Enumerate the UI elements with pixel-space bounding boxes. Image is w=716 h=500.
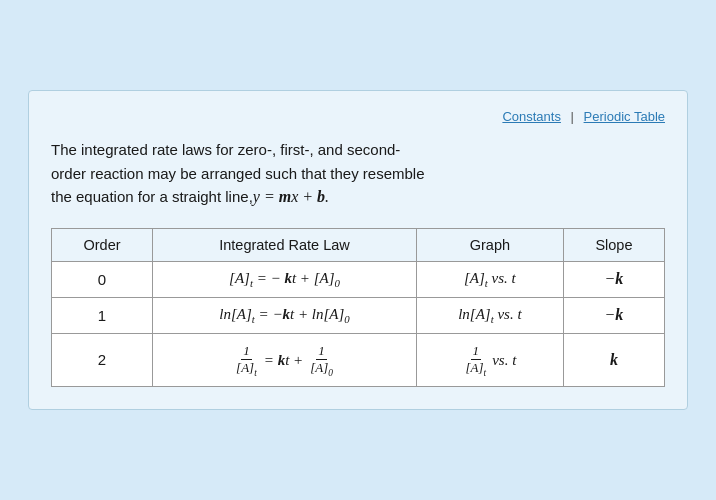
graph-0: [A]t vs. t <box>416 261 563 297</box>
law-0: [A]t = − kt + [A]0 <box>153 261 417 297</box>
order-0: 0 <box>52 261 153 297</box>
slope-1: −k <box>563 297 664 333</box>
law-1: ln[A]t = −kt + ln[A]0 <box>153 297 417 333</box>
slope-2: k <box>563 333 664 386</box>
main-card: Constants | Periodic Table The integrate… <box>28 90 688 409</box>
periodic-table-link[interactable]: Periodic Table <box>584 109 665 124</box>
separator: | <box>571 109 574 124</box>
order-2: 2 <box>52 333 153 386</box>
intro-text-3: the equation for a straight line, <box>51 188 253 205</box>
frac-graph-2: 1 [A]t <box>463 344 488 378</box>
header-integrated-rate-law: Integrated Rate Law <box>153 228 417 261</box>
law-2: 1 [A]t = kt + 1 [A]0 <box>153 333 417 386</box>
rate-law-table: Order Integrated Rate Law Graph Slope 0 … <box>51 228 665 387</box>
intro-text-1: The integrated rate laws for zero-, firs… <box>51 141 400 158</box>
graph-1: ln[A]t vs. t <box>416 297 563 333</box>
graph-2: 1 [A]t vs. t <box>416 333 563 386</box>
slope-0: −k <box>563 261 664 297</box>
intro-text-2: order reaction may be arranged such that… <box>51 165 425 182</box>
intro-paragraph: The integrated rate laws for zero-, firs… <box>51 138 665 209</box>
table-row: 2 1 [A]t = kt + 1 [A]0 <box>52 333 665 386</box>
frac-1-A0: 1 [A]0 <box>308 344 335 378</box>
constants-link[interactable]: Constants <box>502 109 561 124</box>
table-row: 1 ln[A]t = −kt + ln[A]0 ln[A]t vs. t −k <box>52 297 665 333</box>
straight-line-equation: y = mx + b. <box>253 188 329 205</box>
top-links: Constants | Periodic Table <box>51 109 665 124</box>
header-slope: Slope <box>563 228 664 261</box>
header-graph: Graph <box>416 228 563 261</box>
table-header-row: Order Integrated Rate Law Graph Slope <box>52 228 665 261</box>
header-order: Order <box>52 228 153 261</box>
order-1: 1 <box>52 297 153 333</box>
frac-1-At: 1 [A]t <box>234 344 259 378</box>
table-row: 0 [A]t = − kt + [A]0 [A]t vs. t −k <box>52 261 665 297</box>
